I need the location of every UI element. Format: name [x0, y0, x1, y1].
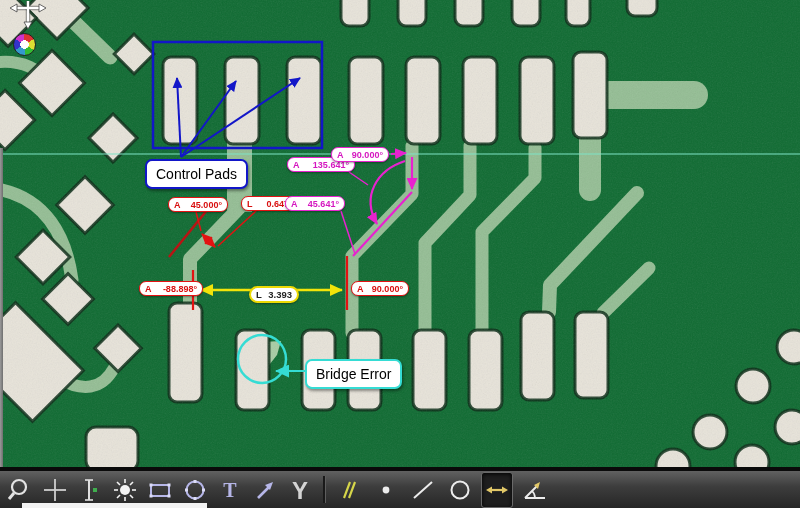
circle-tool-button[interactable]	[444, 472, 476, 508]
status-strip	[22, 503, 207, 508]
arrow-tool-button[interactable]	[248, 472, 281, 508]
label-prefix: A	[293, 160, 300, 170]
control-pads-arrow-3[interactable]	[181, 78, 300, 157]
magenta-angle-arc[interactable]	[371, 161, 405, 224]
color-wheel-icon[interactable]	[13, 33, 36, 56]
label-prefix: A	[291, 199, 298, 209]
magenta-vertical-angle-label[interactable]: A 90.000°	[331, 147, 389, 162]
crosshair-icon	[42, 477, 68, 503]
point-icon	[373, 477, 399, 503]
label-prefix: A	[174, 200, 181, 210]
branch-icon: Y	[287, 477, 313, 503]
red-length-pointer	[218, 211, 256, 246]
text-icon: T	[217, 477, 243, 503]
label-prefix: L	[256, 289, 262, 300]
bridge-error-note[interactable]: Bridge Error	[305, 359, 402, 389]
svg-text:T: T	[223, 479, 237, 501]
red-width-arrow[interactable]	[202, 234, 215, 247]
text-tool-button[interactable]: T	[213, 472, 246, 508]
line-tool-button[interactable]	[407, 472, 439, 508]
zoom-icon	[7, 477, 33, 503]
magenta-diagonal-pointer	[341, 211, 355, 254]
control-pads-arrow-1[interactable]	[177, 78, 181, 157]
label-prefix: A	[145, 284, 152, 294]
label-value: 45.641°	[308, 199, 339, 209]
measurement-viewer: A 45.000° L 0.647 A -88.898° A 90.000° A…	[0, 0, 800, 508]
annotation-layer	[0, 0, 800, 467]
magenta-bend-pointer	[349, 172, 368, 185]
horizontal-distance-tool-button[interactable]	[481, 472, 513, 508]
label-value: 90.000°	[352, 150, 383, 160]
bridge-error-circle[interactable]	[238, 335, 286, 383]
red-angle-label[interactable]: A 45.000°	[168, 197, 228, 212]
move-cursor-icon	[5, 0, 49, 32]
label-prefix: L	[247, 199, 253, 209]
angle-icon	[521, 477, 547, 503]
label-prefix: A	[357, 284, 364, 294]
control-pads-note[interactable]: Control Pads	[145, 159, 248, 189]
parallel-lines-icon	[336, 477, 362, 503]
yellow-distance-label[interactable]: L 3.393	[249, 286, 299, 303]
control-pads-annotation[interactable]	[153, 42, 322, 157]
magenta-90-pointer-arrow[interactable]	[391, 153, 406, 154]
label-value: -88.898°	[163, 284, 197, 294]
label-value: 3.393	[268, 289, 292, 300]
magenta-diagonal-line[interactable]	[353, 192, 412, 256]
bridge-error-annotation[interactable]	[238, 335, 306, 383]
rectangle-icon	[147, 477, 173, 503]
control-pads-arrow-2[interactable]	[181, 81, 236, 157]
angle-tool-button[interactable]	[518, 472, 550, 508]
line-icon	[410, 477, 436, 503]
point-tool-button[interactable]	[370, 472, 402, 508]
magenta-diagonal-angle-label[interactable]: A 45.641°	[285, 196, 345, 211]
label-prefix: A	[337, 150, 344, 160]
arrow-icon	[252, 477, 278, 503]
circle-icon	[447, 477, 473, 503]
red-left-angle-label[interactable]: A -88.898°	[139, 281, 203, 296]
ellipse-icon	[182, 477, 208, 503]
horizontal-distance-icon	[484, 477, 510, 503]
red-right-angle-label[interactable]: A 90.000°	[351, 281, 409, 296]
measurement-toolbar: T Y	[0, 467, 800, 508]
parallel-lines-tool-button[interactable]	[333, 472, 365, 508]
caliper-icon	[77, 477, 103, 503]
brightness-icon	[112, 477, 138, 503]
svg-text:Y: Y	[291, 477, 307, 503]
toolbar-separator	[323, 476, 326, 503]
label-value: 90.000°	[372, 284, 403, 294]
branch-tool-button[interactable]: Y	[283, 472, 316, 508]
label-value: 45.000°	[191, 200, 222, 210]
